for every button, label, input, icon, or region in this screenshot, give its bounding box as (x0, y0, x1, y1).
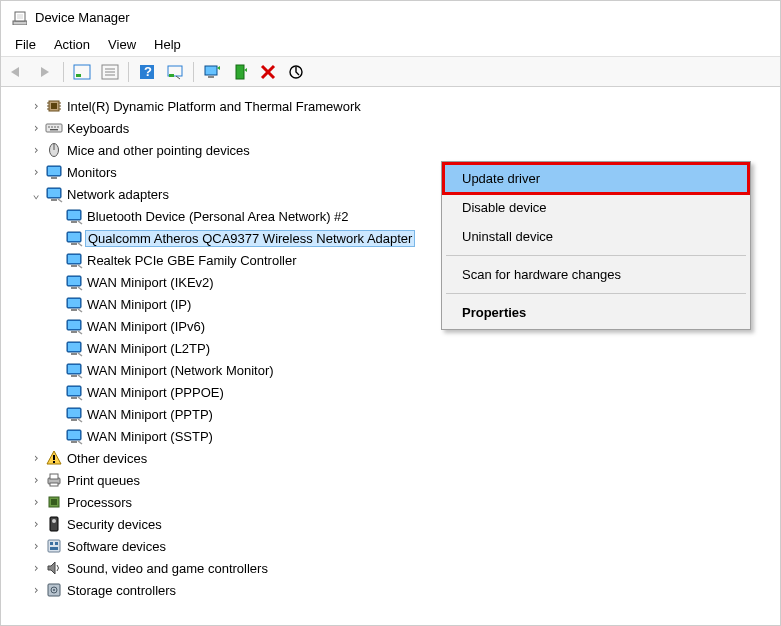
tree-node[interactable]: ›Mice and other pointing devices (9, 139, 780, 161)
tree-node-label[interactable]: Realtek PCIe GBE Family Controller (85, 252, 299, 269)
network-icon (65, 251, 83, 269)
tree-node-label[interactable]: WAN Miniport (PPPOE) (85, 384, 226, 401)
svg-rect-42 (76, 74, 81, 77)
tree-node[interactable]: WAN Miniport (PPPOE) (9, 381, 780, 403)
expand-icon[interactable]: › (29, 561, 43, 575)
svg-rect-52 (208, 76, 214, 78)
tree-node-label[interactable]: Qualcomm Atheros QCA9377 Wireless Networ… (85, 230, 415, 247)
network-icon (45, 185, 63, 203)
tree-node-label[interactable]: Keyboards (65, 120, 131, 137)
tree-node-label[interactable]: WAN Miniport (Network Monitor) (85, 362, 276, 379)
tree-node[interactable]: WAN Miniport (Network Monitor) (9, 359, 780, 381)
uninstall-device-button[interactable] (256, 60, 280, 84)
tree-node-label[interactable]: Bluetooth Device (Personal Area Network)… (85, 208, 351, 225)
tree-node-label[interactable]: Mice and other pointing devices (65, 142, 252, 159)
chip-icon (45, 97, 63, 115)
tree-node-label[interactable]: Print queues (65, 472, 142, 489)
expand-icon[interactable]: › (29, 539, 43, 553)
menu-view[interactable]: View (100, 35, 144, 54)
show-hide-tree-button[interactable] (70, 60, 94, 84)
sound-icon (45, 559, 63, 577)
back-button[interactable] (5, 60, 29, 84)
toolbar: ? (1, 57, 780, 87)
mouse-icon (45, 141, 63, 159)
ctx-uninstall-device[interactable]: Uninstall device (444, 222, 748, 251)
ctx-properties[interactable]: Properties (444, 298, 748, 327)
forward-button[interactable] (33, 60, 57, 84)
menu-file[interactable]: File (7, 35, 44, 54)
tree-node-label[interactable]: Processors (65, 494, 134, 511)
help-button[interactable]: ? (135, 60, 159, 84)
cpu-icon (45, 493, 63, 511)
tree-node-label[interactable]: WAN Miniport (IP) (85, 296, 193, 313)
tree-node[interactable]: ›Security devices (9, 513, 780, 535)
printer-icon (45, 471, 63, 489)
tree-node[interactable]: WAN Miniport (PPTP) (9, 403, 780, 425)
menubar: File Action View Help (1, 33, 780, 57)
menu-action[interactable]: Action (46, 35, 98, 54)
tree-node-label[interactable]: Other devices (65, 450, 149, 467)
tree-node[interactable]: ›Storage controllers (9, 579, 780, 601)
collapse-icon[interactable]: ⌄ (29, 187, 43, 201)
tree-node-label[interactable]: Monitors (65, 164, 119, 181)
expand-icon[interactable]: › (29, 165, 43, 179)
expand-icon[interactable]: › (29, 121, 43, 135)
update-driver-button[interactable] (200, 60, 224, 84)
tree-node-label[interactable]: WAN Miniport (L2TP) (85, 340, 212, 357)
expand-icon[interactable]: › (29, 473, 43, 487)
expand-icon[interactable]: › (29, 451, 43, 465)
toolbar-separator (63, 62, 64, 82)
security-icon (45, 515, 63, 533)
tree-node[interactable]: ›Keyboards (9, 117, 780, 139)
tree-node-label[interactable]: Software devices (65, 538, 168, 555)
app-icon (11, 9, 27, 25)
expand-icon[interactable]: › (29, 99, 43, 113)
network-icon (65, 317, 83, 335)
tree-node[interactable]: ›Software devices (9, 535, 780, 557)
menu-help[interactable]: Help (146, 35, 189, 54)
warn-icon (45, 449, 63, 467)
disable-device-button[interactable] (284, 60, 308, 84)
ctx-separator (446, 293, 746, 294)
expand-icon[interactable]: › (29, 495, 43, 509)
network-icon (65, 207, 83, 225)
tree-node[interactable]: ›Processors (9, 491, 780, 513)
tree-node[interactable]: ›Print queues (9, 469, 780, 491)
network-icon (65, 339, 83, 357)
network-icon (65, 405, 83, 423)
network-icon (65, 229, 83, 247)
tree-node-label[interactable]: Intel(R) Dynamic Platform and Thermal Fr… (65, 98, 363, 115)
tree-node[interactable]: ›Sound, video and game controllers (9, 557, 780, 579)
toolbar-separator (193, 62, 194, 82)
network-icon (65, 383, 83, 401)
ctx-update-driver[interactable]: Update driver (444, 164, 748, 193)
software-icon (45, 537, 63, 555)
tree-node-label[interactable]: WAN Miniport (IKEv2) (85, 274, 216, 291)
tree-node-label[interactable]: WAN Miniport (PPTP) (85, 406, 215, 423)
tree-node[interactable]: WAN Miniport (L2TP) (9, 337, 780, 359)
scan-hardware-button[interactable] (163, 60, 187, 84)
tree-node-label[interactable]: WAN Miniport (IPv6) (85, 318, 207, 335)
properties-button[interactable] (98, 60, 122, 84)
enable-device-button[interactable] (228, 60, 252, 84)
tree-node-label[interactable]: Storage controllers (65, 582, 178, 599)
tree-node[interactable]: ›Intel(R) Dynamic Platform and Thermal F… (9, 95, 780, 117)
network-icon (65, 361, 83, 379)
storage-icon (45, 581, 63, 599)
tree-node-label[interactable]: Sound, video and game controllers (65, 560, 270, 577)
tree-node[interactable]: WAN Miniport (SSTP) (9, 425, 780, 447)
ctx-disable-device[interactable]: Disable device (444, 193, 748, 222)
network-icon (65, 273, 83, 291)
tree-node-label[interactable]: WAN Miniport (SSTP) (85, 428, 215, 445)
expand-icon[interactable]: › (29, 517, 43, 531)
tree-node-label[interactable]: Network adapters (65, 186, 171, 203)
svg-text:?: ? (144, 64, 152, 79)
tree-node-label[interactable]: Security devices (65, 516, 164, 533)
svg-rect-51 (205, 66, 217, 75)
keyboard-icon (45, 119, 63, 137)
expand-icon[interactable]: › (29, 143, 43, 157)
tree-node[interactable]: ›Other devices (9, 447, 780, 469)
expand-icon[interactable]: › (29, 583, 43, 597)
ctx-scan-hardware[interactable]: Scan for hardware changes (444, 260, 748, 289)
network-icon (65, 427, 83, 445)
